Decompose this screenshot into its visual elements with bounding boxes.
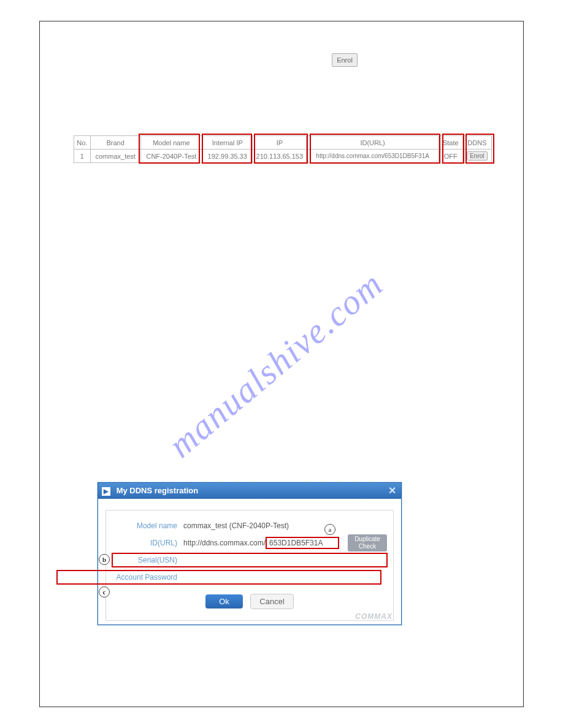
value-url: http://ddns.commax.com/653D1DB5F31A [183, 537, 340, 549]
commax-logo: COMMAX [355, 612, 393, 621]
cancel-button[interactable]: Cancel [250, 594, 293, 609]
dialog-titlebar: ▶ My DDNS registration ✕ [98, 483, 401, 499]
col-url: ID(URL) [307, 136, 439, 150]
serial-input[interactable] [183, 555, 387, 566]
row-model: Model name commax_test (CNF-2040P-Test) [112, 519, 387, 533]
col-state: State [439, 136, 462, 150]
col-internal-ip: Internal IP [202, 136, 253, 150]
chevron-right-icon: ▶ [102, 487, 110, 496]
dialog-inner: Model name commax_test (CNF-2040P-Test) … [105, 510, 394, 621]
url-id-input[interactable]: 653D1DB5F31A [266, 537, 339, 549]
dup-line2: Check [348, 543, 387, 550]
password-input[interactable] [183, 572, 381, 583]
dup-line1: Duplicate [348, 536, 387, 543]
table-row: 1 commax_test CNF-2040P-Test 192.99.35.3… [74, 150, 492, 163]
annotation-a: a [324, 524, 335, 535]
cell-state: OFF [439, 150, 462, 163]
row-url: ID(URL) http://ddns.commax.com/653D1DB5F… [112, 536, 387, 550]
url-prefix: http://ddns.commax.com/ [183, 539, 266, 547]
ddns-dialog: ▶ My DDNS registration ✕ Model name comm… [98, 482, 402, 625]
col-no: No. [74, 136, 91, 150]
value-model: commax_test (CNF-2040P-Test) [183, 521, 387, 530]
cell-ddns: Enrol [462, 150, 491, 163]
document-page: Enrol No. Brand Model name Internal IP I… [39, 21, 524, 707]
col-model: Model name [140, 136, 202, 150]
enrol-button-row[interactable]: Enrol [467, 151, 487, 161]
row-password: Account Password [57, 571, 381, 584]
dialog-buttons: Ok Cancel [112, 594, 387, 609]
label-serial: Serial(USN) [112, 556, 183, 564]
cell-model: CNF-2040P-Test [140, 150, 202, 163]
dialog-body: Model name commax_test (CNF-2040P-Test) … [98, 499, 401, 624]
label-url: ID(URL) [112, 539, 183, 547]
table-header-row: No. Brand Model name Internal IP IP ID(U… [74, 136, 492, 150]
device-table: No. Brand Model name Internal IP IP ID(U… [74, 135, 492, 163]
cell-internal-ip: 192.99.35.33 [202, 150, 253, 163]
col-brand: Brand [90, 136, 140, 150]
col-ddns: DDNS [462, 136, 491, 150]
cell-url: http://ddns.commax.com/653D1DB5F31A [307, 150, 439, 163]
cell-brand: commax_test [90, 150, 140, 163]
annotation-b: b [99, 554, 110, 565]
cell-no: 1 [74, 150, 91, 163]
close-icon[interactable]: ✕ [388, 483, 396, 499]
enrol-button-top[interactable]: Enrol [332, 53, 358, 67]
label-model: Model name [112, 521, 183, 530]
annotation-c: c [99, 586, 110, 597]
col-ip: IP [253, 136, 307, 150]
row-serial: Serial(USN) b [112, 553, 387, 567]
ok-button[interactable]: Ok [205, 594, 243, 609]
dialog-title: My DDNS registration [117, 486, 199, 495]
cell-ip: 210.113.65.153 [253, 150, 307, 163]
duplicate-check-button[interactable]: Duplicate Check [348, 534, 387, 552]
label-password: Account Password [112, 573, 183, 582]
